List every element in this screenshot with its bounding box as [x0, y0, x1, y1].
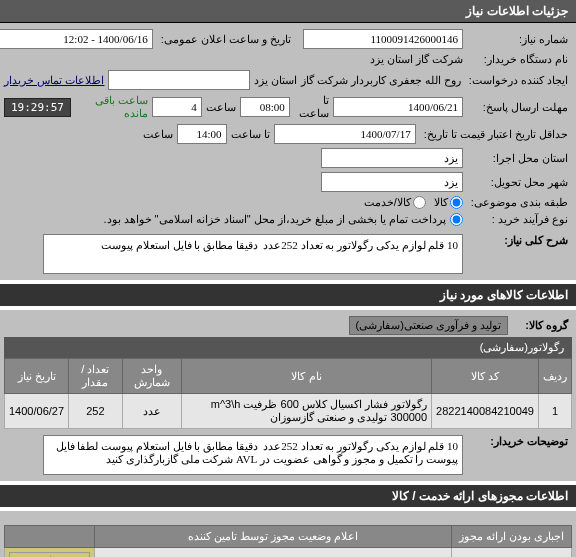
requester-value: روح الله جعفری کاربردار شرکت گاز استان ی… [254, 74, 460, 87]
permits-header-row: اجباری بودن ارائه مجوز اعلام وضعیت مجوز … [5, 526, 572, 548]
countdown-timer: 19:29:57 [4, 98, 71, 117]
requester-label: ایجاد کننده درخواست: [465, 74, 572, 87]
exec-province-label: استان محل اجرا: [467, 152, 572, 165]
min-valid-label: حداقل تاریخ اعتبار قیمت تا تاریخ: [420, 128, 572, 141]
permits-header-text: اطلاعات مجوزهای ارائه خدمت / کالا [392, 489, 568, 503]
deadline-time-label: تا ساعت [294, 94, 329, 120]
buyer-notes-label: توضیحات خریدار: [467, 435, 572, 448]
th-mandatory: اجباری بودن ارائه مجوز [452, 526, 572, 548]
page-title: جزئیات اطلاعات نیاز [466, 4, 568, 18]
th-unit: واحد شمارش [122, 359, 181, 394]
cell-qty: 252 [69, 394, 123, 429]
goods-header-bar: اطلاعات کالاهای مورد نیاز [0, 284, 576, 306]
goods-group-label: گروه کالا: [512, 319, 572, 332]
min-valid-time-input[interactable] [177, 124, 227, 144]
goods-table: ردیف کد کالا نام کالا واحد شمارش تعداد /… [4, 358, 572, 429]
contact-link[interactable]: اطلاعات تماس خریدار [4, 74, 104, 87]
exec-province-input[interactable] [321, 148, 463, 168]
cell-code: 2822140084210049 [432, 394, 539, 429]
min-valid-time-label: تا ساعت [231, 128, 270, 141]
th-date: تاریخ نیاز [5, 359, 69, 394]
requester-extra-input[interactable] [108, 70, 250, 90]
table-header-row: ردیف کد کالا نام کالا واحد شمارش تعداد /… [5, 359, 572, 394]
process-label: نوع فرآیند خرید : [467, 213, 572, 226]
summary-label: شرح کلی نیاز: [467, 234, 572, 247]
req-no-label: شماره نیاز: [467, 33, 572, 46]
min-valid-date-input[interactable] [274, 124, 416, 144]
main-form: شماره نیاز: تاریخ و ساعت اعلان عمومی: نا… [0, 23, 576, 280]
days-suffix: ساعت [206, 101, 236, 114]
th-status: اعلام وضعیت مجوز توسط تامین کننده [95, 526, 452, 548]
goods-group-value: تولید و فرآوری صنعتی(سفارشی) [349, 316, 509, 335]
announce-dt-label: تاریخ و ساعت اعلان عمومی: [157, 33, 295, 46]
deadline-label: مهلت ارسال پاسخ: [467, 101, 572, 114]
category-good-radio[interactable]: کالا [434, 196, 463, 209]
delivery-city-label: شهر محل تحویل: [467, 176, 572, 189]
th-idx: ردیف [539, 359, 572, 394]
goods-header-text: اطلاعات کالاهای مورد نیاز [440, 288, 568, 302]
cell-view: مشاهده مجوز [5, 548, 95, 558]
category-radio-group: کالا کالا/خدمت [364, 196, 463, 209]
buyer-value: شرکت گاز استان یزد [370, 53, 463, 66]
process-note: پرداخت تمام یا بخشی از مبلغ خرید،از محل … [103, 213, 446, 226]
page-header: جزئیات اطلاعات نیاز [0, 0, 576, 23]
goods-sub-text: رگولاتور(سفارشی) [480, 341, 564, 353]
radio-good[interactable] [450, 196, 463, 209]
cell-status: -- [95, 548, 452, 558]
view-permit-button[interactable]: مشاهده مجوز [9, 552, 90, 557]
permits-area: اجباری بودن ارائه مجوز اعلام وضعیت مجوز … [0, 511, 576, 557]
table-row: 1 2822140084210049 رگولاتور فشار اکسیال … [5, 394, 572, 429]
cell-unit: عدد [122, 394, 181, 429]
cell-idx: 1 [539, 394, 572, 429]
th-qty: تعداد / مقدار [69, 359, 123, 394]
cell-date: 1400/06/27 [5, 394, 69, 429]
deadline-time-input[interactable] [240, 97, 290, 117]
delivery-city-input[interactable] [321, 172, 463, 192]
time-suffix: ساعت [143, 128, 173, 141]
th-empty [5, 526, 95, 548]
permits-header-bar: اطلاعات مجوزهای ارائه خدمت / کالا [0, 485, 576, 507]
req-no-input[interactable] [303, 29, 463, 49]
buyer-notes-textarea[interactable] [43, 435, 463, 475]
category-label: طبقه بندی موضوعی: [467, 196, 572, 209]
th-name: نام کالا [181, 359, 431, 394]
buyer-label: نام دستگاه خریدار: [467, 53, 572, 66]
goods-area: گروه کالا: تولید و فرآوری صنعتی(سفارشی) … [0, 310, 576, 481]
process-radio[interactable] [450, 213, 463, 226]
permits-row: -- -- مشاهده مجوز [5, 548, 572, 558]
goods-sub-row: رگولاتور(سفارشی) [4, 337, 572, 358]
deadline-date-input[interactable] [333, 97, 463, 117]
remaining-label: ساعت باقی مانده [75, 94, 148, 120]
permits-table: اجباری بودن ارائه مجوز اعلام وضعیت مجوز … [4, 525, 572, 557]
days-value-input[interactable] [152, 97, 202, 117]
announce-dt-input[interactable] [0, 29, 153, 49]
category-service-radio[interactable]: کالا/خدمت [364, 196, 426, 209]
th-code: کد کالا [432, 359, 539, 394]
cell-mandatory: -- [452, 548, 572, 558]
cell-name: رگولاتور فشار اکسیال کلاس 600 ظرفیت m^3\… [181, 394, 431, 429]
summary-textarea[interactable] [43, 234, 463, 274]
radio-service[interactable] [413, 196, 426, 209]
radio-process[interactable] [450, 213, 463, 226]
